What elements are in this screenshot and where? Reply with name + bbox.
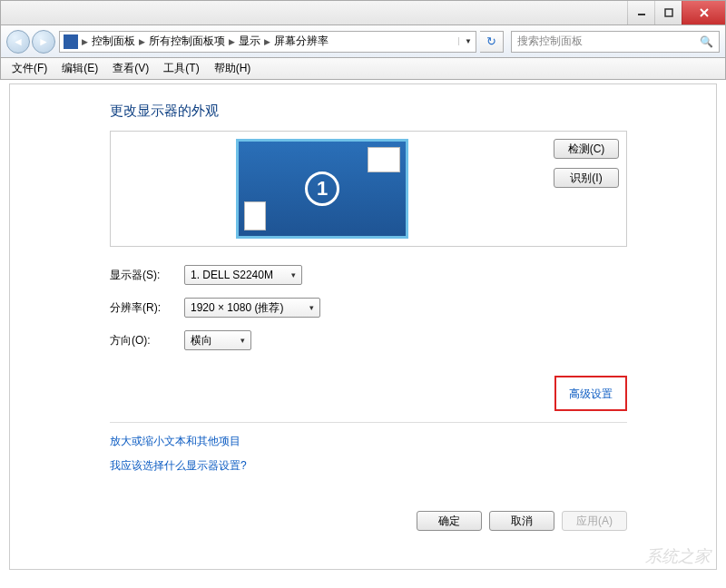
forward-button[interactable]: ► [32, 30, 55, 54]
address-dropdown-icon[interactable]: ▼ [458, 37, 472, 45]
detect-button[interactable]: 检测(C) [554, 139, 619, 159]
refresh-button[interactable]: ↻ [480, 31, 504, 53]
monitor-preview[interactable]: 1 [236, 139, 408, 239]
apply-button: 应用(A) [562, 511, 627, 531]
svg-rect-1 [665, 9, 672, 16]
menu-file[interactable]: 文件(F) [5, 59, 54, 78]
breadcrumb[interactable]: 显示 [239, 34, 260, 49]
breadcrumb[interactable]: 控制面板 [92, 34, 135, 49]
cancel-button[interactable]: 取消 [489, 511, 554, 531]
advanced-settings-link[interactable]: 高级设置 [569, 387, 613, 402]
content-area: 更改显示器的外观 1 检测(C) 识别(I) 显示器(S): 1. DELL S… [9, 83, 717, 570]
page-title: 更改显示器的外观 [110, 103, 716, 120]
address-bar[interactable]: ▶ 控制面板 ▶ 所有控制面板项 ▶ 显示 ▶ 屏幕分辨率 ▼ [59, 31, 476, 53]
watermark: 系统之家 [645, 545, 711, 567]
menu-view[interactable]: 查看(V) [105, 59, 156, 78]
advanced-highlight: 高级设置 [554, 376, 627, 411]
text-size-link[interactable]: 放大或缩小文本和其他项目 [110, 434, 716, 449]
menu-help[interactable]: 帮助(H) [207, 59, 259, 78]
divider [110, 422, 627, 423]
resolution-label: 分辨率(R): [110, 300, 184, 316]
display-preview-box: 1 检测(C) 识别(I) [110, 131, 627, 247]
resolution-select[interactable]: 1920 × 1080 (推荐) [184, 298, 320, 318]
breadcrumb[interactable]: 所有控制面板项 [149, 34, 225, 49]
back-button[interactable]: ◄ [6, 30, 30, 54]
orientation-select[interactable]: 横向 [184, 330, 251, 350]
display-select[interactable]: 1. DELL S2240M [184, 265, 302, 285]
help-link[interactable]: 我应该选择什么显示器设置? [110, 458, 716, 474]
identify-button[interactable]: 识别(I) [554, 168, 619, 188]
breadcrumb[interactable]: 屏幕分辨率 [274, 34, 329, 49]
ok-button[interactable]: 确定 [417, 511, 482, 531]
mini-window-icon [244, 201, 266, 230]
maximize-button[interactable] [654, 1, 682, 24]
titlebar [0, 0, 726, 25]
search-placeholder: 搜索控制面板 [517, 34, 583, 49]
menu-tools[interactable]: 工具(T) [156, 59, 206, 78]
orientation-label: 方向(O): [110, 333, 184, 348]
search-input[interactable]: 搜索控制面板 🔍 [511, 31, 720, 53]
minimize-button[interactable] [627, 1, 654, 24]
search-icon: 🔍 [700, 35, 713, 48]
menu-edit[interactable]: 编辑(E) [54, 59, 105, 78]
menubar: 文件(F) 编辑(E) 查看(V) 工具(T) 帮助(H) [0, 58, 726, 80]
mini-window-icon [368, 147, 400, 172]
display-label: 显示器(S): [110, 268, 184, 283]
monitor-number: 1 [305, 172, 339, 206]
navbar: ◄ ► ▶ 控制面板 ▶ 所有控制面板项 ▶ 显示 ▶ 屏幕分辨率 ▼ ↻ 搜索… [0, 25, 726, 58]
control-panel-icon [64, 34, 78, 49]
close-button[interactable] [682, 1, 725, 24]
